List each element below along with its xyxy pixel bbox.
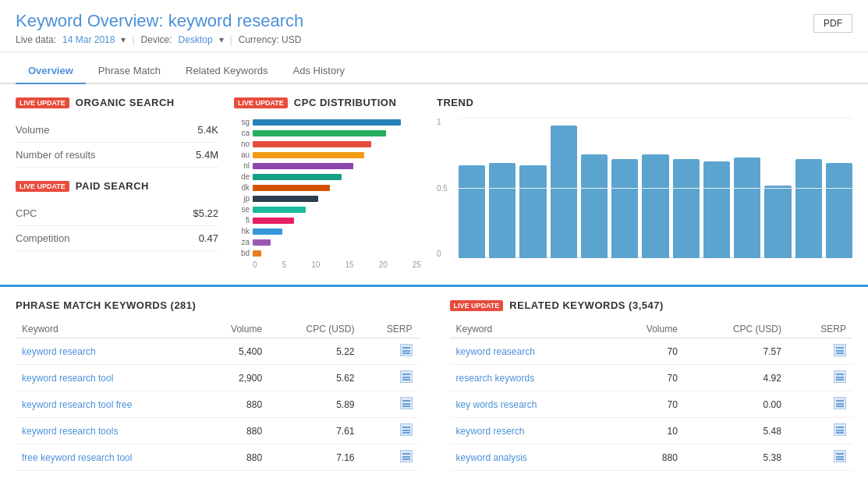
phrase-match-section: PHRASE MATCH KEYWORDS (281) Keyword Volu… [16, 299, 419, 471]
cpc-bar [253, 163, 353, 169]
volume-cell: 880 [202, 391, 268, 418]
keyword-link[interactable]: keyword research tools [22, 426, 118, 437]
keyword-link[interactable]: keyword research [22, 346, 96, 357]
live-badge-organic: live update [16, 97, 69, 108]
section-divider [0, 285, 868, 287]
volume-cell: 5,400 [202, 338, 268, 365]
keyword-link[interactable]: free keyword research tool [22, 452, 132, 463]
keyword-link[interactable]: keyword reserch [456, 426, 525, 437]
cpc-bar-label: de [234, 172, 250, 181]
cpc-cell: 7.57 [684, 338, 788, 365]
serp-icon[interactable] [834, 370, 846, 383]
cpc-bar [253, 207, 306, 213]
keyword-link[interactable]: keyword research tool free [22, 399, 132, 410]
organic-search-panel: live update ORGANIC SEARCH Volume 5.4K N… [16, 97, 218, 269]
cpc-bar-label: hk [234, 227, 250, 235]
serp-cell [361, 391, 419, 418]
cpc-bar-label: jp [234, 194, 250, 203]
cpc-bar-row: jp [234, 194, 421, 203]
keyword-link[interactable]: key words research [456, 399, 537, 410]
volume-cell: 10 [609, 418, 684, 444]
cpc-bar-label: nl [234, 161, 250, 170]
volume-cell: 880 [202, 418, 268, 444]
serp-icon[interactable] [400, 397, 413, 409]
trend-bar [764, 186, 791, 259]
related-keywords-heading: live update RELATED KEYWORDS (3,547) [450, 299, 853, 311]
keyword-link[interactable]: keyword research tool [22, 373, 113, 384]
organic-search-heading: ORGANIC SEARCH [76, 97, 175, 108]
tab-ads-history[interactable]: Ads History [281, 58, 357, 84]
col-keyword-rel: Keyword [450, 320, 610, 338]
table-row: keyword research tool free 880 5.89 [16, 391, 419, 418]
related-keywords-section: live update RELATED KEYWORDS (3,547) Key… [450, 299, 853, 471]
serp-icon[interactable] [400, 423, 413, 436]
page-title-static: Keyword Overview: [16, 11, 164, 30]
cpc-bar-label: no [234, 140, 250, 148]
serp-cell [788, 391, 852, 418]
trend-chart-area: 1 0.5 0 [437, 118, 852, 258]
cpc-heading: CPC DISTRIBUTION [294, 97, 397, 108]
metric-volume-label: Volume [16, 124, 49, 136]
cpc-bar-row: no [234, 140, 421, 148]
cpc-cell: 5.48 [684, 418, 788, 444]
keyword-cell: free keyword research tool [16, 444, 202, 471]
keyword-cell: keyword analysis [450, 444, 610, 471]
cpc-bar [253, 185, 330, 191]
table-row: keyword reserch 10 5.48 [450, 418, 853, 444]
cpc-bar [253, 174, 342, 180]
table-row: keyword analysis 880 5.38 [450, 444, 853, 471]
col-serp: SERP [361, 320, 419, 338]
serp-icon[interactable] [834, 397, 846, 409]
keyword-link[interactable]: keyword analysis [456, 452, 527, 463]
device-label: Device: [141, 34, 172, 45]
serp-icon[interactable] [834, 450, 846, 462]
trend-bars-container [459, 118, 852, 258]
cpc-bar [253, 218, 294, 224]
cpc-cell: 5.62 [268, 365, 360, 391]
device-link[interactable]: Desktop [179, 34, 213, 45]
keyword-link[interactable]: research keywords [456, 373, 535, 384]
table-row: keyword research tools 880 7.61 [16, 418, 419, 444]
cpc-cell: 0.00 [684, 391, 788, 418]
date-dropdown-icon[interactable]: ▾ [121, 34, 126, 45]
trend-bar [826, 163, 852, 258]
cpc-bar-row: ca [234, 129, 421, 137]
tab-related-keywords[interactable]: Related Keywords [173, 58, 281, 84]
cpc-chart: sg ca no au nl de dk jp se fi hk za bd [234, 118, 421, 257]
cpc-bar-label: fi [234, 216, 250, 225]
device-dropdown-icon[interactable]: ▾ [219, 34, 224, 45]
serp-cell [361, 418, 419, 444]
tab-phrase-match[interactable]: Phrase Match [86, 58, 173, 84]
table-row: research keywords 70 4.92 [450, 365, 853, 391]
date-link[interactable]: 14 Mar 2018 [62, 34, 115, 45]
col-volume-rel: Volume [609, 320, 684, 338]
trend-bar [611, 159, 638, 259]
metric-cpc: CPC $5.22 [16, 201, 218, 226]
metric-competition-label: Competition [16, 232, 69, 244]
tab-overview[interactable]: Overview [16, 58, 86, 84]
keyword-link[interactable]: keyword reasearch [456, 346, 535, 357]
keyword-cell: keyword reasearch [450, 338, 610, 365]
serp-icon[interactable] [400, 370, 413, 383]
serp-icon[interactable] [400, 450, 413, 462]
metric-results: Number of results 5.4M [16, 143, 218, 168]
serp-icon[interactable] [834, 344, 846, 356]
volume-cell: 70 [609, 338, 684, 365]
serp-cell [788, 365, 852, 391]
table-row: keyword reasearch 70 7.57 [450, 338, 853, 365]
keyword-cell: keyword reserch [450, 418, 610, 444]
cpc-bar [253, 196, 318, 202]
serp-icon[interactable] [834, 423, 846, 436]
volume-cell: 880 [609, 444, 684, 471]
serp-icon[interactable] [400, 344, 413, 356]
serp-cell [361, 365, 419, 391]
col-serp-rel: SERP [788, 320, 852, 338]
trend-bar [551, 126, 577, 258]
cpc-bar [253, 141, 371, 147]
paid-search-panel: live update PAID SEARCH CPC $5.22 Compet… [16, 180, 218, 251]
phrase-match-table: Keyword Volume CPC (USD) SERP keyword re… [16, 320, 419, 471]
pdf-button[interactable]: PDF [813, 14, 852, 33]
cpc-bar-row: se [234, 205, 421, 214]
serp-cell [361, 444, 419, 471]
cpc-bar [253, 250, 261, 257]
